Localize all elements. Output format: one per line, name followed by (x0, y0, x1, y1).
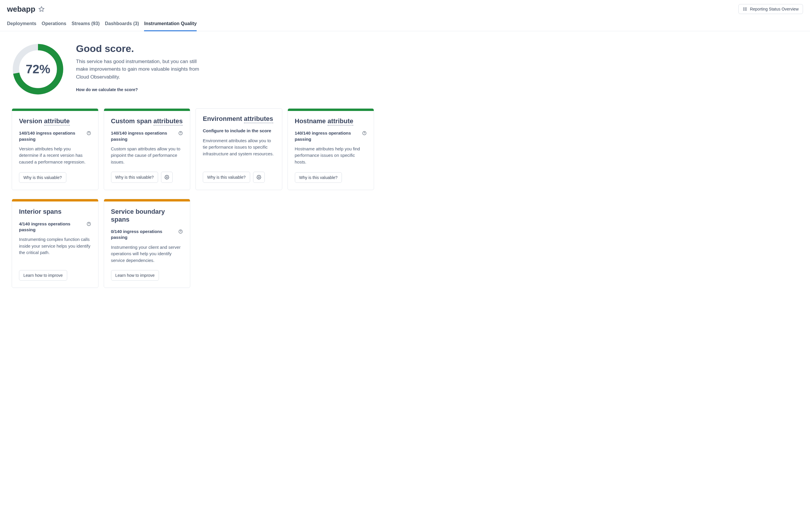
card-description: Environment attributes allow you to tie … (203, 137, 275, 166)
card-title-dotted: attributes (153, 117, 183, 126)
help-icon (178, 131, 183, 135)
card-help-icon-wrap[interactable] (178, 130, 183, 136)
score-heading: Good score. (76, 43, 205, 54)
card-environment-attributes: Environment attributesConfigure to inclu… (195, 108, 282, 190)
svg-point-13 (166, 177, 167, 178)
card-description: Instrumenting complex function calls ins… (19, 236, 91, 264)
card-status-text: 140/140 ingress operations passing (111, 130, 176, 142)
card-status-bar (12, 199, 98, 201)
card-status-bar (104, 109, 190, 111)
card-help-icon-wrap[interactable] (362, 130, 367, 136)
card-title-plain: Version (19, 117, 44, 125)
list-icon (743, 7, 747, 11)
svg-point-18 (88, 225, 89, 225)
card-title: Custom span attributes (111, 117, 183, 125)
score-percent-label: 72% (12, 43, 64, 96)
reporting-status-label: Reporting Status Overview (750, 7, 799, 11)
card-title-dotted: attribute (44, 117, 70, 126)
score-gauge: 72% (12, 43, 64, 96)
card-status-text: Configure to include in the score (203, 128, 271, 134)
card-status-bar (12, 109, 98, 111)
help-icon (178, 229, 183, 234)
help-icon (362, 131, 367, 135)
card-settings-button[interactable] (253, 172, 265, 183)
svg-point-20 (180, 232, 181, 233)
card-help-icon-wrap[interactable] (86, 221, 91, 227)
cards-grid-row2: Interior spans4/140 ingress operations p… (12, 199, 374, 288)
card-primary-button[interactable]: Why is this valuable? (295, 172, 342, 183)
card-primary-button[interactable]: Learn how to improve (111, 270, 159, 281)
card-status-text: 140/140 ingress operations passing (19, 130, 84, 142)
card-title: Version attribute (19, 117, 91, 125)
tab-instrumentation-quality[interactable]: Instrumentation Quality (144, 19, 197, 31)
favorite-star-button[interactable] (38, 6, 45, 12)
card-description: Hostname attributes help you find perfor… (295, 146, 367, 166)
card-status-bar (288, 109, 374, 111)
tab-deployments[interactable]: Deployments (7, 19, 36, 31)
svg-marker-0 (39, 7, 44, 12)
card-primary-button[interactable]: Why is this valuable? (111, 172, 158, 183)
card-title-plain: Environment (203, 115, 244, 122)
card-title-plain: Service boundary spans (111, 208, 165, 223)
svg-point-4 (743, 7, 744, 8)
card-title-dotted: attribute (327, 117, 353, 126)
svg-point-12 (180, 134, 181, 134)
card-description: Instrumenting your client and server ope… (111, 244, 183, 264)
card-help-icon-wrap[interactable] (178, 229, 183, 235)
svg-point-5 (743, 9, 744, 9)
card-settings-button[interactable] (161, 172, 173, 183)
card-title-plain: Interior spans (19, 208, 61, 215)
card-description: Custom span attributes allow you to pinp… (111, 146, 183, 166)
svg-point-14 (258, 177, 259, 178)
card-title-plain: Custom span (111, 117, 153, 125)
svg-point-10 (88, 134, 89, 134)
card-title: Environment attributes (203, 115, 275, 123)
reporting-status-button[interactable]: Reporting Status Overview (739, 4, 803, 14)
cards-grid-row1: Version attribute140/140 ingress operati… (12, 108, 374, 190)
card-status-bar (104, 199, 190, 201)
score-description: This service has good instrumentation, b… (76, 58, 205, 81)
card-service-boundary-spans: Service boundary spans0/140 ingress oper… (104, 199, 191, 288)
gear-icon (257, 175, 261, 180)
tab-operations[interactable]: Operations (42, 19, 66, 31)
page-title: webapp (7, 5, 35, 14)
card-title: Interior spans (19, 208, 91, 215)
help-icon (86, 131, 91, 135)
card-description: Version attributes help you determine if… (19, 146, 91, 166)
svg-point-6 (743, 10, 744, 10)
card-version-attribute: Version attribute140/140 ingress operati… (12, 108, 98, 190)
card-primary-button[interactable]: Why is this valuable? (19, 172, 66, 183)
svg-point-16 (364, 134, 364, 134)
card-status-text: 4/140 ingress operations passing (19, 221, 84, 233)
card-primary-button[interactable]: Why is this valuable? (203, 172, 250, 183)
card-title: Hostname attribute (295, 117, 367, 125)
card-primary-button[interactable]: Learn how to improve (19, 270, 67, 281)
help-icon (86, 222, 91, 226)
tab-dashboards-3[interactable]: Dashboards (3) (105, 19, 139, 31)
card-title-plain: Hostname (295, 117, 327, 125)
card-help-icon-wrap[interactable] (86, 130, 91, 136)
card-title-dotted: attributes (244, 115, 273, 123)
tab-streams-93[interactable]: Streams (93) (71, 19, 100, 31)
card-title: Service boundary spans (111, 208, 183, 223)
tabs: DeploymentsOperationsStreams (93)Dashboa… (0, 16, 810, 31)
card-status-text: 0/140 ingress operations passing (111, 229, 176, 240)
star-icon (38, 6, 45, 12)
card-status-text: 140/140 ingress operations passing (295, 130, 359, 142)
gear-icon (164, 175, 169, 180)
card-interior-spans: Interior spans4/140 ingress operations p… (12, 199, 98, 288)
score-calc-link[interactable]: How do we calculate the score? (76, 87, 138, 92)
card-custom-span-attributes: Custom span attributes140/140 ingress op… (104, 108, 191, 190)
card-hostname-attribute: Hostname attribute140/140 ingress operat… (288, 108, 374, 190)
